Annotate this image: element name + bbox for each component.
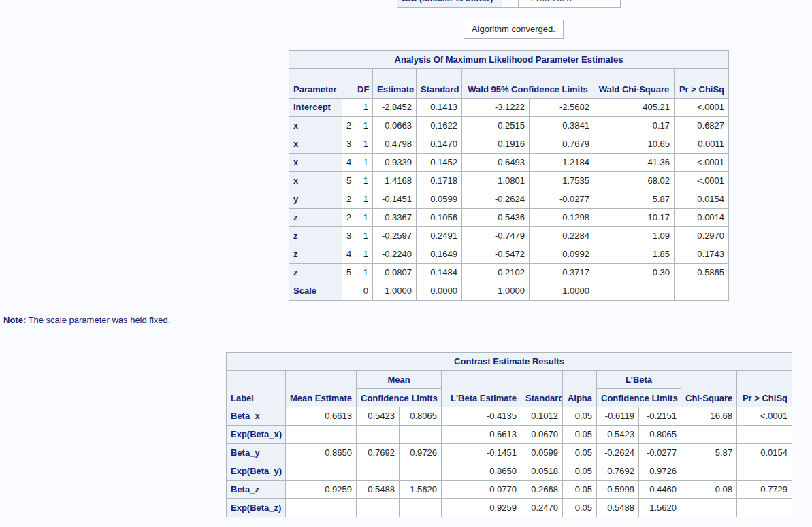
- row-label: Beta_z: [227, 481, 286, 499]
- cell-cl-lower: -3.1222: [462, 99, 530, 117]
- table-row: z41-0.22400.1649-0.54720.09921.850.1743: [289, 245, 729, 264]
- col-lbeta-group: L'Beta: [597, 371, 681, 389]
- cell-chi-square: [681, 499, 737, 517]
- row-label: Exp(Beta_x): [227, 426, 286, 444]
- cell-standard-error: 0.1484: [417, 264, 462, 282]
- cell-level: 2: [342, 209, 353, 227]
- col-label: Label: [227, 371, 286, 407]
- cell-df: 1: [353, 190, 373, 209]
- cell-lbeta-estimate: 0.6613: [442, 426, 521, 444]
- cell-pr-chisq: [737, 499, 792, 517]
- cell-mean-cl-upper: 0.9726: [400, 444, 442, 462]
- cell-standard-error: 0.1413: [417, 99, 462, 117]
- cell-pr-chisq: <.0001: [675, 154, 729, 172]
- cell-lbeta-cl-upper: -0.0277: [639, 444, 681, 462]
- cell-mean-cl-lower: 0.5488: [357, 481, 400, 499]
- cell-alpha: 0.05: [563, 499, 597, 517]
- row-label: Beta_y: [227, 444, 286, 462]
- col-pr-chisq: Pr > ChiSq: [737, 371, 792, 407]
- cell-standard-error: 0.0599: [417, 190, 462, 209]
- cell-df: 1: [353, 264, 373, 282]
- cell-pr-chisq: 0.6827: [675, 117, 729, 135]
- scale-note: Note: The scale parameter was held fixed…: [3, 315, 170, 326]
- cell-df: 1: [353, 227, 373, 245]
- cell-wald-chi-square: 405.21: [594, 99, 675, 117]
- table-row: y21-0.14510.0599-0.2624-0.02775.870.0154: [289, 190, 729, 209]
- cell-mean-estimate: 0.9259: [286, 481, 357, 499]
- cell-lbeta-cl-lower: -0.2624: [597, 444, 639, 462]
- table-row: x410.93390.14520.64931.218441.36<.0001: [289, 154, 729, 172]
- cell-pr-chisq: <.0001: [675, 99, 729, 117]
- col-chi-square: Chi-Square: [681, 371, 737, 407]
- row-label: Beta_x: [227, 407, 286, 426]
- table-row: x210.06630.1622-0.25150.38410.170.6827: [289, 117, 729, 135]
- table-row: Exp(Beta_z)0.92590.24700.050.54881.5620: [227, 499, 792, 517]
- cell-level: 3: [342, 227, 353, 245]
- cell-mean-estimate: [286, 499, 357, 517]
- cell-level: 4: [342, 154, 353, 172]
- fit-df-cell: [502, 0, 518, 8]
- cell-chi-square: 0.08: [681, 481, 737, 499]
- cell-pr-chisq: 0.0154: [737, 444, 792, 462]
- cell-mean-cl-upper: [400, 462, 442, 481]
- contrast-results-section: Contrast Estimate Results Label Mean Est…: [226, 352, 792, 517]
- cell-lbeta-cl-lower: 0.5488: [597, 499, 639, 517]
- col-mean-group: Mean: [357, 371, 442, 389]
- cell-cl-lower: 0.6493: [462, 154, 530, 172]
- cell-mean-estimate: 0.8650: [286, 444, 357, 462]
- cell-pr-chisq: 0.5865: [675, 264, 729, 282]
- cell-wald-chi-square: 10.65: [594, 135, 675, 154]
- cell-pr-chisq: 0.2970: [675, 227, 729, 245]
- cell-cl-upper: -0.0277: [530, 190, 594, 209]
- cell-wald-chi-square: 1.85: [594, 245, 675, 264]
- cell-standard-error: 0.2491: [417, 227, 462, 245]
- cell-mean-cl-lower: [357, 499, 400, 517]
- cell-pr-chisq: [737, 462, 792, 481]
- cell-pr-chisq: <.0001: [737, 407, 792, 426]
- table-row: Scale01.00000.00001.00001.0000: [289, 282, 729, 301]
- mle-estimates-table: Analysis Of Maximum Likelihood Parameter…: [289, 50, 729, 301]
- cell-pr-chisq: 0.1743: [675, 245, 729, 264]
- row-label: x: [289, 172, 342, 190]
- fit-criterion-label: BIC (smaller is better): [397, 0, 502, 8]
- row-label: z: [289, 209, 342, 227]
- col-parameter: Parameter: [289, 69, 342, 99]
- note-label: Note:: [3, 315, 26, 325]
- row-label: Exp(Beta_y): [227, 462, 286, 481]
- cell-lbeta-estimate: -0.1451: [442, 444, 521, 462]
- cell-cl-lower: 1.0801: [462, 172, 530, 190]
- cell-lbeta-cl-upper: -0.2151: [639, 407, 681, 426]
- cell-cl-upper: 0.2284: [530, 227, 594, 245]
- row-label: z: [289, 227, 342, 245]
- cell-lbeta-cl-upper: 0.9726: [639, 462, 681, 481]
- fit-value-df-cell: [576, 0, 620, 8]
- cell-lbeta-cl-lower: 0.7692: [597, 462, 639, 481]
- cell-mean-estimate: 0.6613: [286, 407, 357, 426]
- cell-cl-upper: 0.3717: [530, 264, 594, 282]
- cell-standard-error: 0.1718: [417, 172, 462, 190]
- cell-lbeta-cl-upper: 0.4460: [639, 481, 681, 499]
- cell-estimate: 0.0807: [373, 264, 417, 282]
- convergence-status-box: Algorithm converged.: [464, 20, 564, 39]
- cell-cl-upper: -0.1298: [530, 209, 594, 227]
- cell-estimate: 1.0000: [373, 282, 417, 301]
- cell-alpha: 0.05: [563, 407, 597, 426]
- cell-chi-square: 5.87: [681, 444, 737, 462]
- fit-statistics-table: BIC (smaller is better) 7100.7025: [397, 0, 621, 8]
- cell-lbeta-cl-lower: -0.6119: [597, 407, 639, 426]
- note-text: The scale parameter was held fixed.: [26, 315, 170, 325]
- mle-estimates-section: Analysis Of Maximum Likelihood Parameter…: [289, 50, 729, 301]
- cell-estimate: 0.9339: [373, 154, 417, 172]
- cell-cl-upper: 0.3841: [530, 117, 594, 135]
- cell-estimate: -0.2240: [373, 245, 417, 264]
- cell-mean-estimate: [286, 426, 357, 444]
- cell-wald-chi-square: 1.09: [594, 227, 675, 245]
- cell-level: 5: [342, 172, 353, 190]
- row-label: x: [289, 135, 342, 154]
- cell-cl-lower: -0.5436: [462, 209, 530, 227]
- col-wald-confidence-limits: Wald 95% Confidence Limits: [462, 69, 594, 99]
- cell-df: 0: [353, 282, 373, 301]
- col-pr-chisq: Pr > ChiSq: [675, 69, 729, 99]
- table-row: Intercept1-2.84520.1413-3.1222-2.5682405…: [289, 99, 729, 117]
- cell-estimate: 0.0663: [373, 117, 417, 135]
